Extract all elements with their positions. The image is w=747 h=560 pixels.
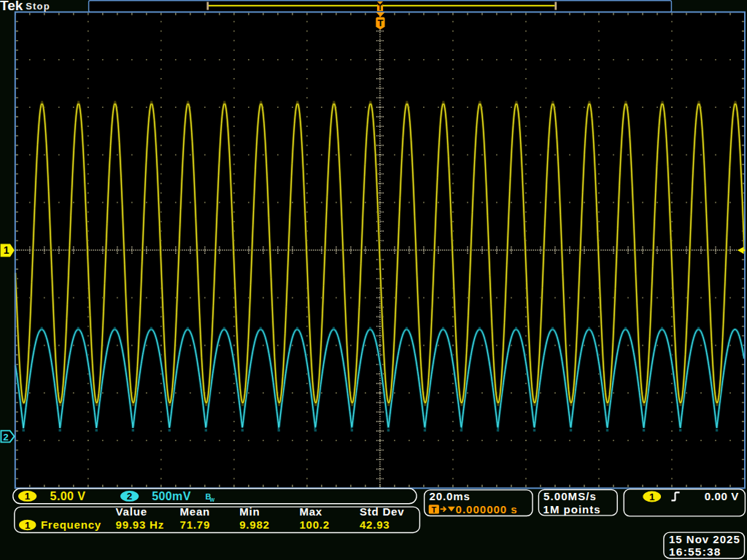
svg-text:Frequency: Frequency xyxy=(41,518,101,531)
svg-text:1: 1 xyxy=(4,244,9,256)
svg-text:100.2: 100.2 xyxy=(299,518,330,531)
svg-text:500mV: 500mV xyxy=(152,490,191,502)
svg-text:2: 2 xyxy=(3,432,9,443)
svg-text:5.00MS/s: 5.00MS/s xyxy=(543,490,597,502)
svg-text:5.00 V: 5.00 V xyxy=(50,490,86,502)
svg-text:1: 1 xyxy=(25,491,31,502)
svg-text:T: T xyxy=(431,505,436,514)
svg-text:99.93 Hz: 99.93 Hz xyxy=(116,518,164,531)
svg-text:1: 1 xyxy=(649,491,655,502)
svg-text:1: 1 xyxy=(25,520,31,531)
svg-text:W: W xyxy=(210,497,215,502)
svg-text:71.79: 71.79 xyxy=(180,518,211,531)
svg-text:16:55:38: 16:55:38 xyxy=(669,545,721,558)
svg-text:42.93: 42.93 xyxy=(360,518,390,531)
svg-text:Std Dev: Std Dev xyxy=(360,505,404,518)
svg-text:0.000000 s: 0.000000 s xyxy=(456,503,518,516)
svg-text:15 Nov 2025: 15 Nov 2025 xyxy=(669,533,740,545)
svg-text:T: T xyxy=(378,3,383,12)
svg-text:Tek: Tek xyxy=(0,0,23,13)
svg-text:0.00 V: 0.00 V xyxy=(705,490,739,502)
svg-text:1M points: 1M points xyxy=(543,503,601,516)
svg-text:9.982: 9.982 xyxy=(239,518,270,531)
svg-text:Max: Max xyxy=(299,505,322,518)
svg-text:T: T xyxy=(377,18,383,28)
svg-text:Min: Min xyxy=(239,505,260,518)
svg-text:Mean: Mean xyxy=(180,505,211,518)
svg-text:Stop: Stop xyxy=(26,1,50,12)
svg-text:2: 2 xyxy=(127,491,133,502)
svg-text:Value: Value xyxy=(116,505,147,518)
svg-text:20.0ms: 20.0ms xyxy=(430,490,471,502)
